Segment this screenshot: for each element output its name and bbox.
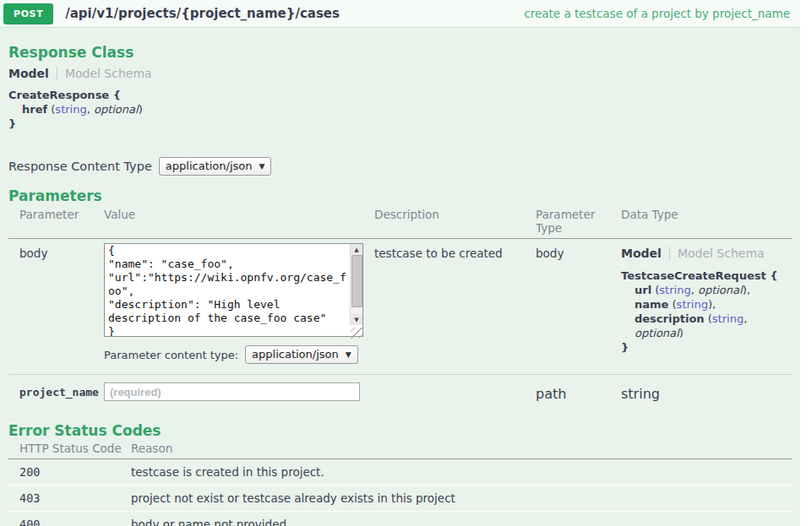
response-content-type-label: Response Content Type	[8, 160, 152, 173]
param-value-cell: { "name": "case_foo", "url":"https://wik…	[104, 243, 374, 364]
model-open: CreateResponse {	[8, 88, 800, 102]
col-reason: Reason	[131, 442, 792, 455]
param-type-body: body	[536, 243, 621, 364]
tab-model[interactable]: Model	[8, 67, 49, 80]
response-model-signature: CreateResponse { href (string, optional)…	[8, 88, 800, 131]
model-open: TestcaseCreateRequest {	[621, 268, 792, 283]
datatype-tabs: Model Model Schema	[621, 243, 792, 260]
parameter-content-type-row: Parameter content type: application/json…	[104, 345, 374, 364]
operation-header[interactable]: POST /api/v1/projects/{project_name}/cas…	[0, 0, 800, 28]
type-link[interactable]: string	[55, 103, 86, 116]
param-datatype-body: Model Model Schema TestcaseCreateRequest…	[621, 243, 792, 364]
operation-panel: POST /api/v1/projects/{project_name}/cas…	[0, 0, 800, 526]
parameter-content-type-label: Parameter content type:	[104, 349, 238, 361]
param-name-body: body	[8, 243, 104, 364]
error-row: 200 testcase is created in this project.	[8, 459, 792, 485]
error-status-codes-heading: Error Status Codes	[8, 422, 800, 439]
parameters-table-header: Parameter Value Description Parameter Ty…	[8, 208, 792, 239]
response-content-type-row: Response Content Type application/json ▼	[8, 157, 800, 176]
param-description-body: testcase to be created	[374, 243, 536, 364]
type-link[interactable]: string	[677, 298, 708, 311]
status-reason: testcase is created in this project.	[131, 459, 792, 485]
response-content-type-select[interactable]: application/json ▼	[159, 157, 272, 176]
type-link[interactable]: string	[712, 312, 744, 325]
error-row: 403 project not exist or testcase alread…	[8, 485, 792, 512]
col-value: Value	[104, 208, 374, 235]
resize-grip-icon[interactable]	[351, 328, 362, 339]
col-parameter: Parameter	[8, 208, 104, 235]
project-name-input[interactable]	[104, 382, 360, 401]
response-class-tabs: Model Model Schema	[8, 67, 800, 80]
status-code: 403	[8, 485, 131, 511]
status-code: 200	[8, 459, 131, 485]
param-value-cell	[104, 382, 374, 402]
request-model-signature: TestcaseCreateRequest { url (string, opt…	[621, 268, 792, 355]
model-property: description (string, optional)	[621, 312, 792, 340]
param-description-project-name	[374, 382, 536, 402]
model-close: }	[621, 340, 792, 355]
parameter-content-type-select[interactable]: application/json ▼	[245, 345, 358, 364]
type-link[interactable]: string	[659, 284, 690, 296]
col-data-type: Data Type	[621, 208, 792, 235]
param-name-project-name: project_name	[8, 382, 104, 402]
model-property: name (string),	[621, 297, 792, 312]
status-reason: body or name not provided	[131, 512, 792, 526]
col-parameter-type: Parameter Type	[536, 208, 621, 235]
param-type-project-name: path	[536, 382, 621, 402]
response-class-heading: Response Class	[8, 44, 800, 61]
tab-divider	[57, 67, 57, 80]
model-property: href (string, optional)	[8, 102, 800, 117]
tab-model[interactable]: Model	[621, 247, 662, 260]
error-row: 400 body or name not provided	[8, 512, 792, 526]
param-row-project-name: project_name path string	[8, 375, 792, 411]
tab-divider	[669, 247, 670, 260]
col-http-status-code: HTTP Status Code	[8, 442, 131, 455]
parameters-heading: Parameters	[8, 187, 800, 204]
parameters-table: Parameter Value Description Parameter Ty…	[8, 208, 792, 411]
operation-summary-link[interactable]: create a testcase of a project by projec…	[524, 7, 790, 20]
body-value-textarea[interactable]: { "name": "case_foo", "url":"https://wik…	[104, 243, 363, 337]
model-close: }	[8, 117, 800, 131]
endpoint-path-link[interactable]: /api/v1/projects/{project_name}/cases	[65, 6, 340, 21]
param-datatype-project-name: string	[621, 382, 792, 402]
tab-model-schema[interactable]: Model Schema	[678, 247, 765, 260]
http-method-badge: POST	[3, 3, 53, 24]
body-textarea-wrap: { "name": "case_foo", "url":"https://wik…	[104, 243, 363, 339]
param-row-body: body { "name": "case_foo", "url":"https:…	[8, 239, 792, 375]
error-codes-table: HTTP Status Code Reason 200 testcase is …	[8, 442, 792, 526]
error-table-header: HTTP Status Code Reason	[8, 442, 792, 459]
chevron-down-icon: ▼	[346, 350, 352, 359]
col-description: Description	[374, 208, 536, 235]
status-code: 400	[8, 512, 131, 526]
status-reason: project not exist or testcase already ex…	[131, 485, 792, 511]
model-property: url (string, optional),	[621, 283, 792, 297]
chevron-down-icon: ▼	[259, 162, 265, 171]
tab-model-schema[interactable]: Model Schema	[65, 67, 152, 80]
